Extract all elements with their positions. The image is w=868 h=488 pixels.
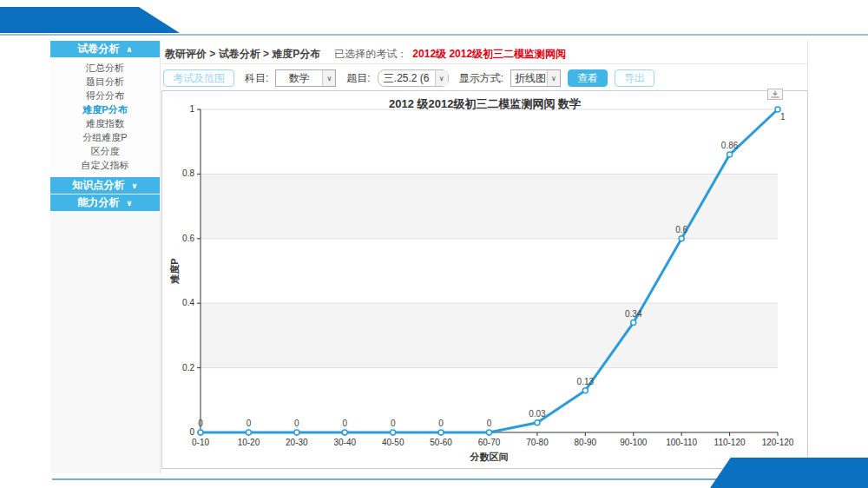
data-point-marker — [438, 430, 444, 435]
y-tick-label: 0 — [189, 427, 194, 437]
sidebar-item-0-1[interactable]: 题目分析 — [50, 75, 160, 89]
sidebar-section-2[interactable]: 能力分析∨ — [50, 195, 160, 211]
selected-exam-value: 2012级 2012级初三二模监测网阅 — [412, 47, 566, 62]
x-tick-label: 10-20 — [238, 438, 260, 447]
filter-toolbar: 考试及范围 科目: 数学 ∨ 题目: 三.25.2 (6 ∨ 显示方式: 折线图… — [163, 69, 806, 88]
chevron-up-icon: ∧ — [126, 45, 132, 54]
subject-select-value: 数学 — [276, 71, 322, 86]
data-point-marker — [535, 420, 540, 425]
y-tick-label: 0.8 — [182, 168, 194, 178]
sidebar-item-0-2[interactable]: 得分分布 — [50, 89, 160, 102]
bottom-banner-decoration — [710, 458, 868, 488]
chevron-down-icon: ∨ — [131, 181, 137, 190]
data-point-label: 0 — [342, 419, 347, 428]
chevron-down-icon: ∨ — [547, 70, 560, 86]
sidebar-item-0-7[interactable]: 自定义指标 — [50, 158, 160, 172]
data-point-marker — [727, 152, 733, 157]
chevron-down-icon: ∨ — [126, 199, 132, 208]
sidebar-section-label: 试卷分析 — [77, 42, 119, 56]
data-point-marker — [246, 430, 251, 435]
content-right-border — [807, 41, 808, 90]
chart-panel: 00.20.40.60.810-1010-2020-3030-4040-5050… — [161, 90, 808, 469]
view-button[interactable]: 查看 — [568, 69, 608, 87]
x-tick-label: 20-30 — [286, 438, 308, 447]
data-point-label: 1 — [780, 112, 786, 122]
y-axis-title: 难度P — [169, 258, 180, 284]
display-mode-select[interactable]: 折线图 ∨ — [510, 69, 561, 87]
data-point-label: 0 — [487, 419, 492, 428]
exam-scope-button[interactable]: 考试及范围 — [163, 69, 234, 87]
breadcrumb-divider — [161, 63, 808, 64]
display-mode-select-value: 折线图 — [511, 71, 547, 86]
data-point-marker — [631, 320, 636, 326]
sidebar-item-list: 汇总分析题目分析得分分布难度P分布难度指数分组难度P区分度自定义指标 — [50, 58, 160, 177]
x-tick-label: 0-10 — [192, 438, 209, 447]
x-tick-label: 120-120 — [762, 438, 794, 447]
sidebar-item-0-3[interactable]: 难度P分布 — [50, 102, 160, 116]
data-point-label: 0.34 — [625, 309, 642, 319]
x-tick-label: 100-110 — [666, 438, 697, 447]
y-tick-label: 0.2 — [182, 363, 194, 373]
data-point-marker — [391, 430, 396, 435]
app-window: 试卷分析∧汇总分析题目分析得分分布难度P分布难度指数分组难度P区分度自定义指标知… — [0, 0, 868, 488]
x-tick-label: 60-70 — [478, 438, 501, 447]
top-banner-decoration — [0, 7, 180, 33]
data-point-label: 0.86 — [721, 141, 739, 150]
data-point-label: 0.03 — [529, 409, 546, 419]
data-point-marker — [582, 388, 588, 393]
question-label: 题目: — [346, 71, 370, 86]
data-point-marker — [342, 430, 347, 435]
chevron-down-icon: ∨ — [322, 70, 335, 86]
sidebar-nav: 试卷分析∧汇总分析题目分析得分分布难度P分布难度指数分组难度P区分度自定义指标知… — [50, 41, 161, 473]
split-area-band — [201, 303, 778, 367]
data-point-marker — [487, 430, 492, 435]
split-area-band — [201, 174, 778, 238]
chevron-down-icon: ∨ — [435, 70, 448, 86]
export-button[interactable]: 导出 — [615, 69, 654, 87]
sidebar-item-0-5[interactable]: 分组难度P — [50, 130, 160, 144]
sidebar-section-label: 能力分析 — [77, 195, 119, 210]
y-tick-label: 0.6 — [182, 234, 194, 243]
y-tick-label: 0.4 — [182, 298, 194, 307]
data-point-label: 0 — [247, 419, 252, 428]
chart-title: 2012 级2012级初三二模监测网阅 数学 — [162, 96, 807, 112]
x-tick-label: 80-90 — [575, 438, 597, 447]
data-point-label: 0.13 — [577, 377, 595, 386]
data-point-label: 0 — [391, 419, 396, 428]
sidebar-section-label: 知识点分析 — [72, 178, 124, 193]
breadcrumb: 教研评价 > 试卷分析 > 难度P分布 已选择的考试： 2012级 2012级初… — [165, 45, 807, 63]
data-point-label: 0.6 — [675, 225, 687, 234]
selected-exam-label: 已选择的考试： — [334, 47, 407, 62]
sidebar-item-0-6[interactable]: 区分度 — [50, 144, 160, 158]
chart-canvas: 00.20.40.60.810-1010-2020-3030-4040-5050… — [162, 91, 809, 470]
sidebar-section-0[interactable]: 试卷分析∧ — [50, 41, 160, 57]
bottom-divider-line — [52, 478, 807, 480]
x-tick-label: 70-80 — [526, 438, 549, 447]
data-point-label: 0 — [198, 419, 203, 428]
subject-label: 科目: — [245, 71, 268, 86]
x-tick-label: 30-40 — [333, 438, 356, 447]
display-mode-label: 显示方式: — [459, 71, 503, 86]
data-point-label: 0 — [294, 419, 299, 428]
x-tick-label: 90-100 — [620, 438, 648, 447]
question-select[interactable]: 三.25.2 (6 ∨ — [378, 69, 449, 87]
x-axis-title: 分数区间 — [470, 452, 509, 462]
breadcrumb-path: 教研评价 > 试卷分析 > 难度P分布 — [165, 47, 320, 62]
x-tick-label: 40-50 — [382, 438, 404, 447]
x-tick-label: 50-60 — [430, 438, 452, 447]
top-divider-line — [0, 34, 868, 36]
data-point-marker — [198, 430, 203, 435]
x-tick-label: 110-120 — [714, 438, 746, 447]
question-select-value: 三.25.2 (6 — [378, 71, 435, 86]
sidebar-item-0-4[interactable]: 难度指数 — [50, 116, 160, 130]
data-point-marker — [679, 236, 684, 241]
line-series — [201, 109, 778, 432]
data-point-label: 0 — [438, 419, 444, 428]
subject-select[interactable]: 数学 ∨ — [275, 69, 336, 87]
data-point-marker — [294, 430, 299, 435]
sidebar-item-0-0[interactable]: 汇总分析 — [50, 61, 160, 75]
sidebar-section-1[interactable]: 知识点分析∨ — [50, 177, 160, 194]
